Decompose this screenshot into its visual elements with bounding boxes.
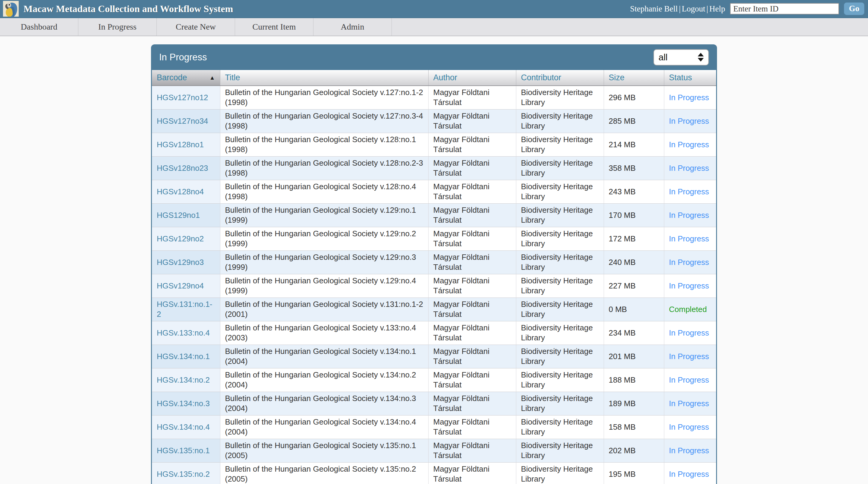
tab-admin[interactable]: Admin — [313, 18, 392, 36]
logout-link[interactable]: Logout — [682, 4, 705, 13]
barcode-link[interactable]: HGSv127no12 — [157, 93, 208, 102]
in-progress-panel: In Progress all Barcode ▲ — [151, 45, 717, 484]
help-link[interactable]: Help — [710, 4, 725, 13]
top-right-area: Stephanie Bell|Logout|Help Go — [630, 2, 868, 15]
barcode-link[interactable]: HGSv.134:no.3 — [157, 399, 210, 408]
barcode-link[interactable]: HGSv.135:no.2 — [157, 469, 210, 479]
barcode-link[interactable]: HGSv128no23 — [157, 164, 208, 173]
link-divider: | — [705, 4, 709, 13]
barcode-cell: HGSv129no4 — [152, 274, 220, 297]
status-cell: In Progress — [664, 227, 716, 251]
author-cell: Magyar Földtani Társulat — [428, 297, 516, 321]
contributor-cell: Biodiversity Heritage Library — [516, 156, 604, 180]
title-cell: Bulletin of the Hungarian Geological Soc… — [220, 439, 428, 462]
barcode-link[interactable]: HGSv.134:no.4 — [157, 422, 210, 431]
barcode-link[interactable]: HGSv.134:no.1 — [157, 352, 210, 361]
status-badge: In Progress — [669, 164, 709, 173]
status-cell: In Progress — [664, 439, 716, 462]
table-row: HGSv.135:no.1 Bulletin of the Hungarian … — [152, 439, 716, 462]
author-cell: Magyar Földtani Társulat — [428, 345, 516, 368]
author-cell: Magyar Földtani Társulat — [428, 462, 516, 484]
column-header-author[interactable]: Author — [428, 70, 516, 86]
status-filter-select[interactable]: all — [653, 49, 709, 65]
status-badge: In Progress — [669, 328, 709, 337]
barcode-link[interactable]: HGSv129no3 — [157, 258, 204, 267]
column-header-barcode[interactable]: Barcode ▲ — [152, 70, 220, 86]
table-row: HGSv.134:no.3 Bulletin of the Hungarian … — [152, 392, 716, 415]
table-row: HGSv.135:no.2 Bulletin of the Hungarian … — [152, 462, 716, 484]
status-cell: In Progress — [664, 251, 716, 274]
barcode-cell: HGSv128no23 — [152, 156, 220, 180]
user-name-link[interactable]: Stephanie Bell — [630, 4, 678, 13]
item-id-input[interactable] — [730, 3, 839, 15]
barcode-link[interactable]: HGS129no1 — [157, 210, 200, 220]
status-filter-value: all — [658, 52, 668, 62]
column-header-contributor[interactable]: Contributor — [516, 70, 604, 86]
contributor-cell: Biodiversity Heritage Library — [516, 180, 604, 203]
barcode-cell: HGSv127no34 — [152, 109, 220, 133]
macaw-logo-icon — [3, 1, 19, 17]
barcode-cell: HGSv.131:no.1-2 — [152, 297, 220, 321]
title-cell: Bulletin of the Hungarian Geological Soc… — [220, 180, 428, 203]
title-cell: Bulletin of the Hungarian Geological Soc… — [220, 251, 428, 274]
panel-header: In Progress all — [151, 45, 717, 70]
barcode-link[interactable]: HGSv129no4 — [157, 281, 204, 290]
table-row: HGSv129no4 Bulletin of the Hungarian Geo… — [152, 274, 716, 297]
column-header-title[interactable]: Title — [220, 70, 428, 86]
title-cell: Bulletin of the Hungarian Geological Soc… — [220, 109, 428, 133]
status-badge: In Progress — [669, 234, 709, 243]
contributor-cell: Biodiversity Heritage Library — [516, 251, 604, 274]
tab-in-progress[interactable]: In Progress — [79, 18, 157, 36]
barcode-cell: HGSv128no1 — [152, 133, 220, 156]
user-links: Stephanie Bell|Logout|Help — [630, 4, 725, 13]
table-header-row: Barcode ▲ Title Author Contributor Size … — [152, 70, 716, 86]
status-cell: In Progress — [664, 415, 716, 439]
contributor-cell: Biodiversity Heritage Library — [516, 297, 604, 321]
contributor-cell: Biodiversity Heritage Library — [516, 109, 604, 133]
contributor-cell: Biodiversity Heritage Library — [516, 345, 604, 368]
contributor-cell: Biodiversity Heritage Library — [516, 368, 604, 392]
barcode-link[interactable]: HGSv128no4 — [157, 187, 204, 196]
author-cell: Magyar Földtani Társulat — [428, 321, 516, 345]
tab-create-new[interactable]: Create New — [157, 18, 235, 36]
title-cell: Bulletin of the Hungarian Geological Soc… — [220, 392, 428, 415]
column-header-status[interactable]: Status — [664, 70, 716, 86]
status-badge: In Progress — [669, 140, 709, 149]
barcode-link[interactable]: HGSv.131:no.1-2 — [157, 300, 213, 319]
table-row: HGSv129no3 Bulletin of the Hungarian Geo… — [152, 251, 716, 274]
barcode-link[interactable]: HGSv129no2 — [157, 234, 204, 243]
items-table-wrap: Barcode ▲ Title Author Contributor Size … — [151, 70, 717, 484]
size-cell: 234 MB — [604, 321, 664, 345]
barcode-link[interactable]: HGSv127no34 — [157, 116, 208, 125]
barcode-cell: HGSv.135:no.2 — [152, 462, 220, 484]
author-cell: Magyar Földtani Társulat — [428, 274, 516, 297]
nav-bar: Dashboard In Progress Create New Current… — [0, 18, 868, 36]
author-cell: Magyar Földtani Társulat — [428, 86, 516, 109]
contributor-cell: Biodiversity Heritage Library — [516, 133, 604, 156]
go-button[interactable]: Go — [844, 2, 864, 15]
tab-current-item[interactable]: Current Item — [235, 18, 313, 36]
title-cell: Bulletin of the Hungarian Geological Soc… — [220, 368, 428, 392]
barcode-link[interactable]: HGSv.134:no.2 — [157, 375, 210, 385]
status-badge: In Progress — [669, 422, 709, 431]
status-badge: In Progress — [669, 469, 709, 479]
title-cell: Bulletin of the Hungarian Geological Soc… — [220, 345, 428, 368]
barcode-link[interactable]: HGSv.133:no.4 — [157, 328, 210, 337]
barcode-cell: HGSv.134:no.1 — [152, 345, 220, 368]
status-cell: Completed — [664, 297, 716, 321]
column-header-size[interactable]: Size — [604, 70, 664, 86]
barcode-link[interactable]: HGSv.135:no.1 — [157, 446, 210, 455]
status-cell: In Progress — [664, 274, 716, 297]
contributor-cell: Biodiversity Heritage Library — [516, 415, 604, 439]
barcode-link[interactable]: HGSv128no1 — [157, 140, 204, 149]
table-row: HGSv128no23 Bulletin of the Hungarian Ge… — [152, 156, 716, 180]
barcode-cell: HGS129no1 — [152, 203, 220, 227]
contributor-cell: Biodiversity Heritage Library — [516, 462, 604, 484]
select-spinner-icon — [698, 53, 704, 62]
tab-dashboard[interactable]: Dashboard — [0, 18, 79, 36]
barcode-cell: HGSv.135:no.1 — [152, 439, 220, 462]
link-divider: | — [678, 4, 682, 13]
status-cell: In Progress — [664, 156, 716, 180]
author-cell: Magyar Földtani Társulat — [428, 368, 516, 392]
size-cell: 188 MB — [604, 368, 664, 392]
